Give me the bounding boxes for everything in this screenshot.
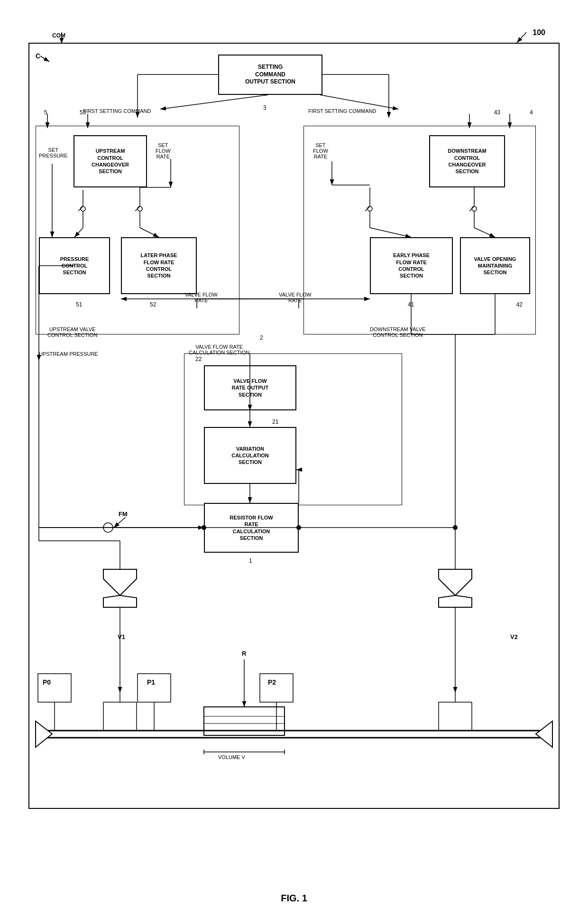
upstream-valve-label: UPSTREAM VALVECONTROL SECTION [47,326,97,338]
volume-v-label: VOLUME V [218,754,245,760]
valve-flow-left: VALVE FLOWRATE [185,292,218,303]
first-setting-cmd-right: FIRST SETTING COMMAND [308,108,376,114]
svg-line-3 [517,32,526,43]
ref-v1: V1 [118,633,125,640]
ref-100: 100 [533,28,545,37]
ref-3: 3 [263,104,266,111]
page: 100 COM C SETTINGCOMMANDOUTPUT SECTION 3… [0,0,588,918]
upstream-changeover-box: UPSTREAMCONTROLCHANGEOVERSECTION [74,135,147,187]
ref-51: 51 [76,301,82,308]
valve-flow-output-box: VALVE FLOWRATE OUTPUTSECTION [204,365,296,410]
ref-52: 52 [150,301,156,308]
ref-42: 42 [516,301,523,308]
ref-v2: V2 [510,633,518,640]
later-phase-box: LATER PHASEFLOW RATECONTROLSECTION [121,237,197,294]
upstream-pressure-label: UPSTREAM PRESSURE [39,351,98,357]
downstream-valve-label: DOWNSTREAM VALVECONTROL SECTION [370,326,426,338]
ref-5: 5 [44,109,47,116]
downstream-changeover-box: DOWNSTREAMCONTROLCHANGEOVERSECTION [429,135,505,187]
set-flow-rate-right: SETFLOWRATE [313,142,328,159]
ref-p0: P0 [43,678,51,686]
ref-2: 2 [260,334,263,341]
ref-p1: P1 [147,678,155,686]
ref-1: 1 [249,557,252,564]
ref-com: COM [52,32,65,39]
ref-4: 4 [530,109,533,116]
resistor-flow-box: RESISTOR FLOWRATECALCULATIONSECTION [204,503,299,553]
variation-calc-box: VARIATIONCALCULATIONSECTION [204,427,296,484]
setting-command-box: SETTINGCOMMANDOUTPUT SECTION [218,55,322,95]
ref-fm: FM [119,510,128,518]
valve-flow-right: VALVE FLOWRATE [279,292,312,303]
first-setting-cmd-left: FIRST SETTING COMMAND [83,108,151,114]
ref-r: R [242,650,246,657]
set-pressure-label: SETPRESSURE [39,147,68,158]
ref-p2: P2 [268,678,276,686]
pressure-control-box: PRESSURECONTROLSECTION [39,237,110,294]
ref-22: 22 [195,356,202,362]
valve-opening-box: VALVE OPENINGMAINTAININGSECTION [460,237,530,294]
fig-label: FIG. 1 [281,893,307,904]
ref-21: 21 [272,418,278,425]
set-flow-rate-left: SETFLOWRATE [156,142,171,159]
ref-c: C [36,52,40,60]
ref-43: 43 [494,109,500,116]
ref-41: 41 [408,301,414,308]
early-phase-box: EARLY PHASEFLOW RATECONTROLSECTION [370,237,453,294]
